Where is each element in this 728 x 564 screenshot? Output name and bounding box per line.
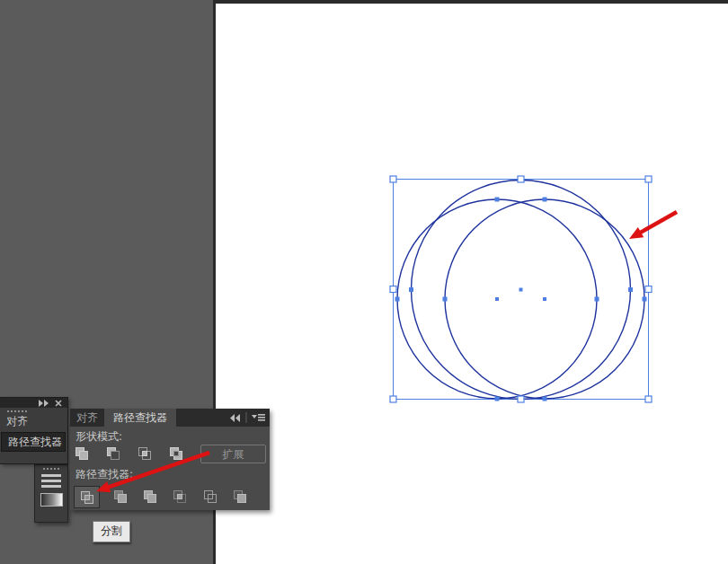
anchor-point[interactable] — [595, 297, 599, 302]
shape-mode-exclude-button[interactable] — [169, 446, 183, 461]
dock-grip-handle[interactable] — [43, 468, 59, 470]
anchor-point[interactable] — [395, 297, 400, 302]
shape-mode-intersect-button[interactable] — [138, 446, 152, 461]
shape-modes-row — [75, 446, 183, 461]
gradient-panel-icon[interactable] — [40, 493, 63, 507]
bounding-box-handle[interactable] — [518, 396, 524, 402]
pathfinder-crop-button[interactable] — [173, 489, 187, 504]
anchor-point[interactable] — [495, 397, 500, 401]
collapse-to-icons-icon[interactable] — [230, 414, 241, 422]
center-point[interactable] — [543, 297, 546, 301]
tab-pathfinder[interactable]: 路径查找器 — [104, 409, 176, 427]
panel-list-item-pathfinder[interactable]: 路径查找器 — [1, 432, 66, 452]
panel-menu-icon[interactable] — [252, 413, 265, 422]
anchor-point[interactable] — [495, 198, 500, 202]
pathfinders-label: 路径查找器: — [75, 467, 133, 482]
stroke-panel-icon[interactable] — [41, 474, 61, 488]
close-icon[interactable] — [55, 400, 62, 407]
bounding-box-handle[interactable] — [390, 396, 396, 402]
collapsed-icon-dock[interactable] — [34, 464, 68, 523]
divide-tooltip: 分割 — [93, 521, 130, 542]
bounding-box-handle[interactable] — [645, 396, 652, 402]
panel-label-list[interactable]: 对齐路径查找器 — [0, 397, 68, 464]
panel-list-items: 对齐路径查找器 — [0, 412, 67, 452]
pathfinder-divide-button[interactable] — [74, 486, 100, 508]
pathfinders-row — [70, 486, 270, 510]
tabbar-separator — [245, 412, 247, 423]
tabbar-icons — [230, 409, 270, 427]
bounding-box-handle[interactable] — [645, 176, 652, 182]
expand-button[interactable]: 扩展 — [200, 445, 266, 463]
pathfinder-trim-button[interactable] — [113, 489, 128, 504]
shape-mode-minus-front-button[interactable] — [106, 446, 120, 461]
expand-panels-icon[interactable] — [38, 400, 49, 407]
anchor-point[interactable] — [543, 198, 547, 202]
anchor-point[interactable] — [543, 397, 547, 401]
pathfinder-merge-button[interactable] — [143, 489, 157, 504]
tab-align[interactable]: 对齐 — [70, 409, 104, 427]
bounding-box-handle[interactable] — [518, 176, 524, 182]
pathfinder-panel: 对齐 路径查找器 形状模式: 扩展 路径查找器: — [70, 409, 270, 510]
anchor-point[interactable] — [643, 297, 647, 302]
shape-modes-label: 形状模式: — [75, 429, 122, 445]
pathfinder-panel-body: 形状模式: 扩展 路径查找器: — [70, 427, 270, 510]
anchor-point[interactable] — [409, 287, 413, 292]
bounding-box-handle[interactable] — [645, 286, 652, 293]
bounding-box-handle[interactable] — [390, 286, 396, 293]
shape-mode-unite-button[interactable] — [75, 446, 89, 461]
bounding-box-handle[interactable] — [390, 176, 396, 182]
panel-list-header[interactable] — [0, 398, 67, 408]
anchor-point[interactable] — [443, 297, 448, 302]
pathfinder-tabbar: 对齐 路径查找器 — [70, 409, 270, 427]
center-point[interactable] — [519, 288, 523, 292]
anchor-point[interactable] — [628, 287, 633, 292]
pathfinder-minus-back-button[interactable] — [233, 489, 247, 504]
pathfinder-outline-button[interactable] — [203, 489, 218, 504]
center-point[interactable] — [495, 297, 499, 301]
panel-list-item-align[interactable]: 对齐 — [0, 412, 67, 431]
